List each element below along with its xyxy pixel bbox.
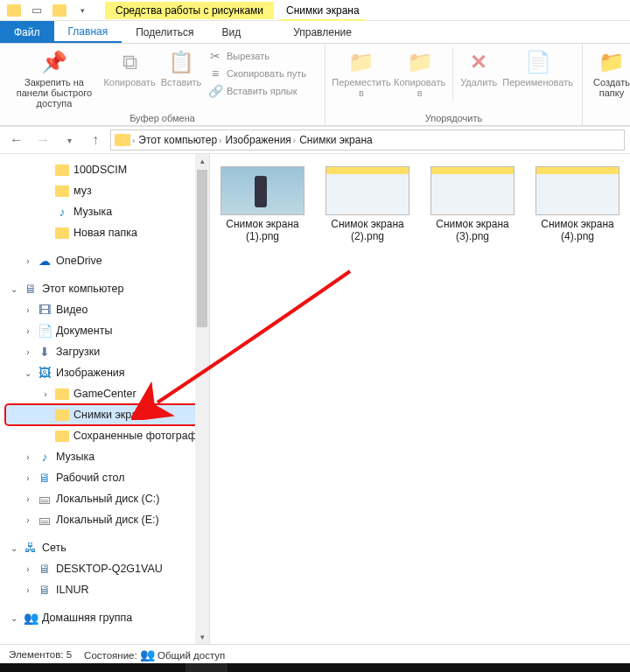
pin-to-quick-access-button[interactable]: 📌 Закрепить на панели быстрого доступа [9,47,100,108]
video-icon: 🎞 [37,303,52,317]
search-button[interactable]: ⌕ [49,663,91,672]
file-item[interactable]: Снимок экрана (4).png [534,166,621,243]
rename-button[interactable]: 📄 Переименовать [502,47,573,88]
contextual-tool-title: Средства работы с рисунками [105,2,274,19]
copy-to-button[interactable]: 📁 Копировать в [394,47,445,98]
qat-properties-icon[interactable]: ▭ [26,2,47,19]
tree-item-newfolder[interactable]: Новая папка [5,222,209,243]
breadcrumb-item[interactable]: Этот компьютер [138,134,217,146]
tree-item-pictures[interactable]: ⌄🖼Изображения [5,362,209,383]
tree-item-downloads[interactable]: ›⬇Загрузки [5,341,209,362]
paste-icon: 📋 [167,49,195,75]
cloud-icon: ☁ [37,254,52,268]
start-button[interactable]: ⊞ [4,663,46,672]
rename-icon: 📄 [524,49,552,75]
thumbnail-icon [430,166,514,215]
file-list[interactable]: Снимок экрана (1).png Снимок экрана (2).… [210,154,630,644]
new-folder-button[interactable]: 📁 Создать папку [592,47,630,98]
tab-home[interactable]: Главная [54,21,122,43]
status-state: Состояние: 👥 Общий доступ [84,648,225,662]
tab-share[interactable]: Поделиться [122,21,207,43]
title-bar: ▭ ▾ Средства работы с рисунками Снимки э… [0,0,630,21]
tree-item-diske[interactable]: ›🖴Локальный диск (E:) [5,509,209,530]
nav-forward-button[interactable]: → [32,129,54,151]
tree-item-screenshots[interactable]: Снимки экрана [5,404,209,425]
qat-newfolder-icon[interactable] [49,2,70,19]
tab-manage[interactable]: Управление [279,21,366,43]
tree-item-documents[interactable]: ›📄Документы [5,320,209,341]
desktop-icon: 🖥 [37,471,52,485]
tree-item-gamecenter[interactable]: ›GameCenter [5,383,209,404]
tree-item-pc1[interactable]: ›🖥DESKTOP-Q2G1VAU [5,558,209,579]
chevron-right-icon: › [219,136,221,145]
nav-recent-dropdown[interactable]: ▾ [58,129,80,151]
tree-item-desktop[interactable]: ›🖥Рабочий стол [5,467,209,488]
move-to-icon: 📁 [347,49,375,75]
scroll-thumb[interactable] [197,170,207,327]
tree-scrollbar[interactable]: ▴ ▾ [195,154,209,644]
breadcrumb-item[interactable]: Изображения [225,134,290,146]
file-item[interactable]: Снимок экрана (1).png [219,166,306,243]
chevron-right-icon: › [132,136,135,145]
breadcrumb[interactable]: ›Этот компьютер ›Изображения ›Снимки экр… [110,130,625,150]
cut-button[interactable]: ✂Вырезать [208,49,306,63]
qat-app-icon[interactable] [4,2,24,19]
copy-icon: ⧉ [116,49,144,75]
tree-item-thispc[interactable]: ⌄🖥Этот компьютер [5,278,209,299]
document-icon: 📄 [37,324,52,338]
tree-item-homegroup[interactable]: ⌄👥Домашняя группа [5,607,209,628]
tree-item-diskc[interactable]: ›🖴Локальный диск (C:) [5,488,209,509]
copy-path-button[interactable]: ≡Скопировать путь [208,66,306,80]
file-item[interactable]: Снимок экрана (3).png [429,166,516,243]
delete-button[interactable]: ✕ Удалить [460,47,497,88]
folder-icon [55,228,69,239]
ribbon: 📌 Закрепить на панели быстрого доступа ⧉… [0,44,630,126]
folder-icon [55,430,69,442]
taskbar-store[interactable] [231,663,273,672]
tree-item-savedphotos[interactable]: Сохраненные фотографии [5,425,209,446]
qat-dropdown-icon[interactable]: ▾ [72,2,93,19]
move-to-button[interactable]: 📁 Переместить в [334,47,388,98]
tree-item-music2[interactable]: ›♪Музыка [5,446,209,467]
nav-up-button[interactable]: ↑ [84,129,107,151]
tree-item-pc2[interactable]: ›🖥ILNUR [5,579,209,600]
new-folder-icon: 📁 [598,49,626,75]
computer-icon: 🖥 [37,583,52,597]
nav-back-button[interactable]: ← [5,129,28,151]
tree-item-muz[interactable]: муз [5,180,209,201]
sharing-icon: 👥 [140,648,155,662]
ribbon-group-organize: 📁 Переместить в 📁 Копировать в ✕ Удалить… [326,44,583,125]
disk-icon: 🖴 [37,513,52,527]
taskbar-chrome[interactable] [276,663,318,672]
taskbar-explorer[interactable] [186,663,228,672]
ribbon-group-new: 📁 Создать папку [583,44,630,125]
ribbon-group-clipboard: 📌 Закрепить на панели быстрого доступа ⧉… [0,44,326,125]
quick-access-toolbar: ▭ ▾ [0,2,96,19]
scroll-down-icon[interactable]: ▾ [195,630,209,644]
copy-button[interactable]: ⧉ Копировать [105,47,154,88]
folder-icon [55,410,69,421]
taskbar-edge[interactable] [140,663,182,672]
tree-item-network[interactable]: ⌄🖧Сеть [5,537,209,558]
tab-view[interactable]: Вид [207,21,255,43]
breadcrumb-item[interactable]: Снимки экрана [299,134,373,146]
download-icon: ⬇ [37,345,52,359]
folder-icon [55,164,69,176]
navigation-tree[interactable]: 100DSCIM муз ♪Музыка Новая папка ›☁OneDr… [0,154,210,644]
file-item[interactable]: Снимок экрана (2).png [324,166,411,243]
explorer-body: 100DSCIM муз ♪Музыка Новая папка ›☁OneDr… [0,154,630,644]
tab-file[interactable]: Файл [0,21,54,43]
thumbnail-icon [536,166,620,215]
taskview-button[interactable]: ▭ [94,663,136,672]
paste-button[interactable]: 📋 Вставить [159,47,203,88]
cut-icon: ✂ [208,49,222,63]
path-icon: ≡ [208,66,222,80]
tree-item-100dscim[interactable]: 100DSCIM [5,159,209,180]
ribbon-tabs: Файл Главная Поделиться Вид Управление [0,21,630,44]
tree-item-music[interactable]: ♪Музыка [5,201,209,222]
tree-item-onedrive[interactable]: ›☁OneDrive [5,250,209,271]
paste-shortcut-button[interactable]: 🔗Вставить ярлык [208,84,306,98]
tree-item-video[interactable]: ›🎞Видео [5,299,209,320]
scroll-up-icon[interactable]: ▴ [195,154,209,168]
folder-icon [115,134,130,146]
